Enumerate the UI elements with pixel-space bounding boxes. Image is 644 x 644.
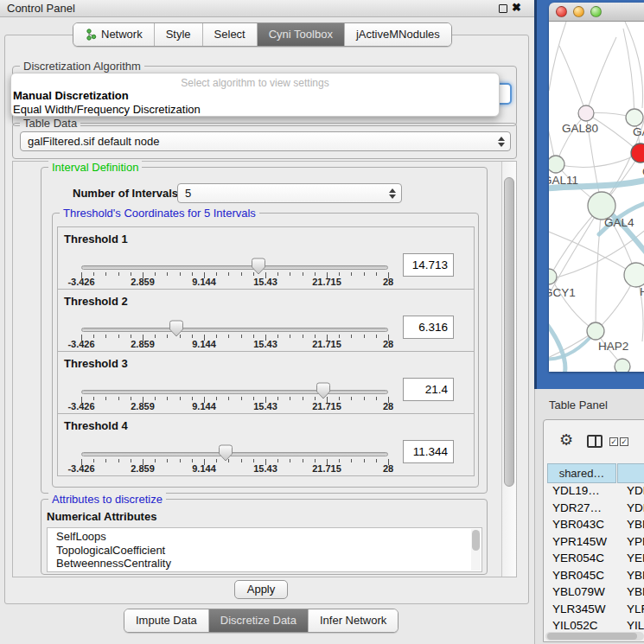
tab-label: Select: [214, 28, 245, 41]
threshold-row: Threshold 4-3.4262.8599.14415.4321.71528…: [57, 413, 475, 476]
scrollbar-thumb[interactable]: [472, 530, 480, 551]
table-panel: Table Panel ⚙ ✓ ✓ shared… na YDL19…YDL1Y…: [534, 389, 644, 644]
slider-track[interactable]: [81, 328, 388, 332]
slider-thumb[interactable]: [218, 444, 233, 462]
slider-tick-label: -3.426: [67, 463, 94, 474]
slider-tick: [303, 459, 303, 462]
slider-tick: [118, 272, 119, 276]
threshold-label: Threshold 1: [64, 233, 128, 245]
table-data-combobox[interactable]: galFiltered.sif default node: [20, 131, 511, 151]
cell-shared-name: YER054C: [552, 552, 604, 564]
threshold-value-field[interactable]: 14.713: [403, 253, 454, 277]
threshold-value-field[interactable]: 21.4: [403, 378, 454, 401]
tab-cyni-toolbox[interactable]: Cyni Toolbox: [257, 23, 344, 46]
numerical-attributes-list[interactable]: SelfLoopsTopologicalCoefficientBetweenne…: [47, 527, 482, 572]
scrollbar-thumb[interactable]: [547, 633, 637, 640]
table-row[interactable]: YDR27…YDR2: [547, 501, 644, 519]
slider-tick: [118, 335, 119, 338]
threshold-row: Threshold 3-3.4262.8599.14415.4321.71528…: [57, 351, 475, 414]
table-row[interactable]: YLR345WYLR3: [547, 603, 644, 620]
checkbox-icon[interactable]: ✓: [609, 437, 618, 446]
group-title: Interval Definition: [48, 161, 142, 174]
table-row[interactable]: YBR045CYBR0: [547, 569, 644, 586]
tab-select[interactable]: Select: [202, 23, 257, 46]
slider-tick: [216, 397, 217, 400]
float-window-icon[interactable]: [499, 4, 507, 13]
tab-impute-data[interactable]: Impute Data: [124, 609, 208, 632]
popup-item-manual-discretization[interactable]: Manual Discretization: [11, 89, 499, 103]
slider-tick: [118, 397, 119, 400]
tab-discretize-data[interactable]: Discretize Data: [208, 609, 308, 632]
attributes-scrollbar[interactable]: [471, 529, 481, 571]
svg-text:HAP2: HAP2: [598, 340, 628, 353]
slider-tick: [192, 397, 193, 400]
split-view-icon[interactable]: [587, 435, 603, 448]
table-rows: YDL19…YDL1YDR27…YDR2YBR043CYBR0YPR145WYP…: [547, 484, 644, 633]
spinner-value: 5: [185, 187, 191, 200]
tab-network[interactable]: Network: [73, 23, 154, 46]
cell-name: YDL1: [627, 484, 644, 497]
slider-tick: [228, 397, 229, 400]
column-header-shared-name[interactable]: shared…: [547, 463, 616, 483]
close-traffic-light-icon[interactable]: [556, 6, 567, 17]
network-window[interactable]: GAL80GACGAL11GAL4GCY1HHAP2: [549, 3, 644, 372]
popup-item-equal-width-frequency[interactable]: Equal Width/Frequency Discretization: [11, 103, 499, 117]
attribute-item[interactable]: SelfLoops: [48, 530, 481, 544]
gear-icon[interactable]: ⚙: [559, 432, 573, 448]
column-header-name[interactable]: na: [617, 463, 644, 483]
bottom-tabbar: Impute Data Discretize Data Infer Networ…: [124, 609, 399, 633]
tab-jactivemnodules[interactable]: jActiveMNodules: [344, 23, 451, 46]
zoom-traffic-light-icon[interactable]: [590, 6, 602, 17]
network-window-titlebar[interactable]: [549, 3, 644, 22]
table-row[interactable]: YIL052CYIL0: [547, 619, 644, 633]
slider-thumb[interactable]: [316, 382, 331, 399]
slider-track[interactable]: [81, 265, 388, 270]
minimize-traffic-light-icon[interactable]: [573, 6, 584, 17]
table-row[interactable]: YER054CYER0: [547, 552, 644, 569]
scrollbar-thumb[interactable]: [504, 177, 514, 487]
table-row[interactable]: YBR043CYBR0: [547, 518, 644, 535]
slider-tick-label: 21.715: [312, 401, 341, 411]
combobox-arrows-icon[interactable]: [498, 137, 505, 147]
number-of-intervals-spinner[interactable]: 5: [177, 183, 402, 203]
cell-name: YIL0: [627, 619, 644, 632]
attribute-item[interactable]: BetweennessCentrality: [48, 557, 481, 571]
tab-style[interactable]: Style: [154, 23, 202, 46]
threshold-value-field[interactable]: 11.344: [403, 440, 454, 463]
close-icon[interactable]: ✖: [512, 1, 521, 14]
apply-button[interactable]: Apply: [234, 580, 288, 599]
slider-thumb[interactable]: [251, 258, 266, 275]
attribute-item[interactable]: TopologicalCoefficient: [48, 544, 481, 558]
cell-name: YBR0: [627, 569, 644, 582]
slider-tick-label: 28: [383, 401, 393, 411]
slider-tick: [216, 335, 217, 338]
slider-tick-label: 21.715: [312, 277, 341, 287]
slider-tick-label: 28: [383, 463, 393, 474]
spinner-arrows-icon[interactable]: [389, 188, 396, 199]
slider-tick: [105, 272, 106, 276]
table-row[interactable]: YPR145WYPR1: [547, 535, 644, 552]
slider-track[interactable]: [81, 390, 388, 394]
threshold-value-field[interactable]: 6.316: [403, 316, 454, 339]
tab-infer-network[interactable]: Infer Network: [308, 609, 398, 632]
slider-tick-label: 9.144: [192, 277, 216, 287]
table-row[interactable]: YDL19…YDL1: [547, 484, 644, 501]
checkbox-icon[interactable]: ✓: [620, 437, 628, 446]
cell-name: YDR2: [627, 501, 644, 514]
threshold-row: Threshold 2-3.4262.8599.14415.4321.71528…: [57, 289, 475, 352]
slider-track[interactable]: [81, 452, 388, 456]
slider-tick: [253, 459, 254, 462]
slider-thumb[interactable]: [169, 320, 184, 337]
horizontal-scrollbar[interactable]: [545, 632, 644, 641]
slider-tick: [315, 459, 316, 462]
vertical-scrollbar[interactable]: [501, 162, 516, 577]
slider-tick-label: 15.43: [253, 401, 277, 411]
slider-tick: [93, 397, 94, 400]
table-row[interactable]: YBL079WYBL0: [547, 585, 644, 603]
slider-tick-label: 28: [383, 277, 393, 287]
cell-name: YER0: [627, 552, 644, 564]
slider-tick: [303, 397, 303, 400]
slider-tick: [351, 459, 352, 462]
slider-tick: [303, 335, 303, 338]
network-canvas[interactable]: GAL80GACGAL11GAL4GCY1HHAP2: [549, 22, 644, 372]
